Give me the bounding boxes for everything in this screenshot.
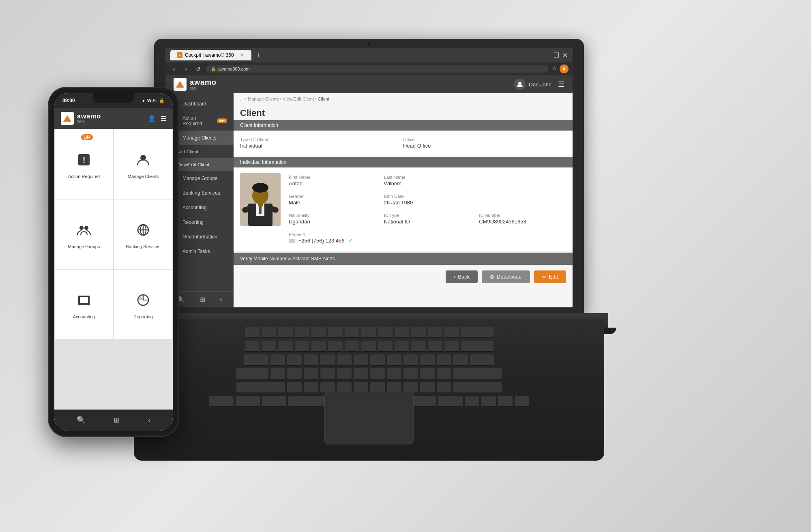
- last-name-label: Last Name: [384, 175, 471, 180]
- header-user-icon: [514, 79, 526, 90]
- phone-logo-icon: [61, 112, 74, 125]
- key-f8: [378, 327, 393, 338]
- key-backslash: [470, 354, 494, 366]
- back-button[interactable]: ‹ Back: [446, 270, 478, 283]
- key-quote: [437, 368, 451, 380]
- win-minimize-btn[interactable]: −: [547, 51, 550, 59]
- phone-grid-item-action-required[interactable]: 144 ! Action Required: [54, 129, 114, 199]
- key-d: [304, 368, 318, 380]
- bookmark-icon[interactable]: ☆: [552, 64, 557, 73]
- phone-grid-item-manage-groups[interactable]: Manage Groups: [54, 199, 114, 269]
- browser-tab-active[interactable]: ▲ Cockpit | awamo® 360 ✕: [170, 50, 251, 60]
- manage-groups-sidebar-label: Manage Groups: [182, 176, 217, 181]
- deactivate-button[interactable]: ⊘ Deactivate: [482, 270, 530, 283]
- refresh-btn[interactable]: ↺: [194, 66, 203, 72]
- key-9: [395, 341, 409, 352]
- win-close-btn[interactable]: ✕: [562, 51, 568, 59]
- browser-nav-bar: ‹ › ↺ 🔒 awamo360.com ☆ A: [165, 62, 573, 75]
- key-6: [345, 341, 359, 352]
- phone-grid-item-manage-clients[interactable]: Manage Clients: [114, 129, 173, 199]
- tab-close-btn[interactable]: ✕: [239, 52, 245, 58]
- key-f7: [361, 327, 376, 338]
- key-o: [403, 354, 418, 366]
- phone-grid-item-banking[interactable]: Banking Services: [114, 199, 173, 269]
- key-5: [328, 341, 343, 352]
- new-tab-btn[interactable]: +: [256, 51, 261, 60]
- banking-sidebar-label: Banking Services: [182, 190, 220, 196]
- manage-clients-sidebar-label: Manage Clients: [182, 135, 216, 141]
- birth-date-label: Birth Date: [384, 194, 471, 199]
- breadcrumb-home[interactable]: ...: [240, 97, 244, 101]
- key-rctrl: [438, 396, 463, 407]
- key-2: [278, 341, 293, 352]
- key-f4: [311, 327, 326, 338]
- key-rbracket: [453, 354, 468, 366]
- key-i: [387, 354, 401, 366]
- key-z: [287, 382, 302, 393]
- phone-grid-icon[interactable]: ⊞: [114, 416, 120, 425]
- type-of-client-value: Individual: [240, 143, 403, 149]
- key-backspace: [461, 341, 493, 352]
- phone-grid-item-accounting[interactable]: Accounting: [54, 269, 114, 339]
- app-logo-text: awamo: [190, 78, 217, 86]
- phone-verified-icon: ✓: [348, 238, 353, 244]
- key-minus: [428, 341, 442, 352]
- key-fn: [236, 396, 260, 407]
- breadcrumb-manage-clients[interactable]: Manage Clients: [248, 97, 279, 101]
- sidebar-collapse-icon[interactable]: ‹: [220, 296, 222, 303]
- breadcrumb-viewedit[interactable]: View/Edit Client: [283, 97, 314, 101]
- header-username: Doe John: [529, 82, 551, 88]
- key-f2: [278, 327, 293, 338]
- app-content: awamo 360: [165, 75, 573, 307]
- browser-chrome: ▲ Cockpit | awamo® 360 ✕ + − ❐ ✕: [165, 48, 573, 307]
- tab-favicon: ▲: [177, 52, 182, 58]
- forward-nav-btn[interactable]: ›: [182, 66, 191, 72]
- key-enter: [453, 368, 502, 380]
- touchpad[interactable]: [324, 392, 414, 444]
- phone-search-icon[interactable]: 🔍: [77, 416, 86, 425]
- phone-user-icon[interactable]: 👤: [148, 115, 156, 122]
- office-value: Head Office: [403, 143, 566, 149]
- edit-pencil-icon: ✏: [542, 274, 547, 280]
- app-menu-icon[interactable]: ☰: [558, 80, 564, 89]
- key-3: [295, 341, 309, 352]
- key-7: [361, 341, 376, 352]
- edit-button[interactable]: ✏ Edit: [534, 270, 566, 283]
- key-f: [320, 368, 335, 380]
- browser-actions: ☆ A: [552, 64, 569, 73]
- phone-back-icon[interactable]: ‹: [148, 416, 150, 425]
- reporting-sidebar-label: Reporting: [182, 219, 204, 225]
- client-info-grid: Type Of Client Individual Office Head Of…: [234, 131, 573, 155]
- phone-notch: [93, 93, 134, 103]
- key-f11: [428, 327, 442, 338]
- app-header: awamo 360: [165, 75, 573, 93]
- phone-grid-item-reporting[interactable]: Reporting: [114, 269, 173, 339]
- win-restore-btn[interactable]: ❐: [554, 51, 559, 59]
- gender-item: Gender Male: [289, 192, 376, 207]
- back-nav-btn[interactable]: ‹: [169, 66, 178, 72]
- key-e: [304, 354, 318, 366]
- address-bar[interactable]: 🔒 awamo360.com: [206, 65, 549, 73]
- key-u: [370, 354, 385, 366]
- breadcrumb: ... › Manage Clients › View/Edit Client …: [234, 93, 573, 105]
- key-0: [411, 341, 426, 352]
- nationality-value: Ugandan: [289, 219, 376, 225]
- type-of-client-label: Type Of Client: [240, 137, 403, 142]
- phone-header-icons: 👤 ☰: [148, 115, 166, 122]
- phone-label: Phone 1: [289, 232, 566, 237]
- sidebar-grid-icon[interactable]: ⊞: [200, 296, 205, 303]
- key-period: [420, 382, 435, 393]
- key-right: [515, 396, 529, 407]
- scene: 09:00 ▾ WiFi 🔒 awamo: [41, 23, 770, 509]
- svg-text:!: !: [83, 156, 86, 165]
- phone-bezel: 09:00 ▾ WiFi 🔒 awamo: [49, 88, 178, 436]
- laptop-bezel: ▲ Cockpit | awamo® 360 ✕ + − ❐ ✕: [154, 39, 584, 315]
- phone-menu-icon[interactable]: ☰: [161, 115, 166, 122]
- key-t: [337, 354, 352, 366]
- phone-logo-text: awamo: [77, 113, 101, 120]
- gender-label: Gender: [289, 194, 376, 199]
- key-q: [270, 354, 285, 366]
- key-equal: [444, 341, 459, 352]
- accounting-sidebar-label: Accounting: [182, 205, 206, 210]
- browser-user-avatar[interactable]: A: [560, 64, 569, 73]
